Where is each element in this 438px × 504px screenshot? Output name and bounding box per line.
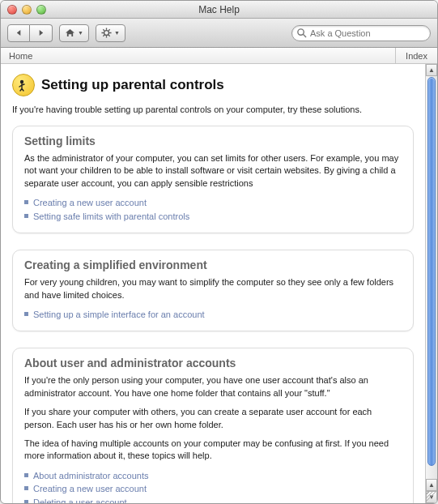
scroll-up-button[interactable]: ▲	[426, 64, 437, 76]
link-list: Setting up a simple interface for an acc…	[24, 308, 402, 322]
page-intro: If you're having trouble setting up pare…	[12, 105, 414, 114]
section-paragraph: If you share your computer with others, …	[24, 406, 402, 431]
section-about-accounts: About user and administrator accounts If…	[12, 348, 414, 503]
titlebar: Mac Help	[1, 1, 437, 19]
toolbar: ▼ ▼	[1, 19, 437, 48]
section-paragraph: For very young children, you may want to…	[24, 276, 402, 301]
action-menu-button[interactable]: ▼	[96, 24, 125, 42]
svg-line-6	[108, 35, 110, 36]
content: Setting up parental controls If you're h…	[1, 64, 425, 503]
help-window: Mac Help ▼ ▼ Home Index	[0, 0, 438, 504]
section-paragraph: If you're the only person using your com…	[24, 374, 402, 399]
section-heading: About user and administrator accounts	[24, 357, 402, 369]
page-title: Setting up parental controls	[41, 77, 224, 93]
content-wrap: Setting up parental controls If you're h…	[1, 64, 437, 503]
help-link[interactable]: Deleting a user account	[33, 496, 127, 503]
svg-line-8	[103, 35, 104, 36]
list-item: Setting safe limits with parental contro…	[24, 210, 402, 224]
search-wrap	[291, 25, 431, 41]
navstrip: Home Index	[1, 48, 437, 64]
vertical-scrollbar[interactable]: ▲ ▲ ▼	[425, 64, 437, 503]
list-item: Creating a new user account	[24, 482, 402, 496]
section-setting-limits: Setting limits As the administrator of y…	[12, 126, 414, 233]
resize-handle[interactable]	[426, 492, 436, 502]
nav-back-forward	[7, 24, 53, 42]
search-input[interactable]	[291, 25, 431, 41]
list-item: Setting up a simple interface for an acc…	[24, 308, 402, 322]
help-link[interactable]: Setting up a simple interface for an acc…	[33, 308, 205, 322]
svg-point-11	[20, 80, 23, 83]
svg-point-9	[298, 28, 304, 34]
search-icon	[296, 28, 307, 38]
section-heading: Setting limits	[24, 135, 402, 147]
person-icon	[17, 79, 30, 92]
back-button[interactable]	[7, 24, 30, 42]
svg-line-5	[103, 29, 104, 31]
scroll-up-button[interactable]: ▲	[426, 479, 437, 491]
chevron-down-icon: ▼	[114, 30, 120, 36]
parental-controls-icon	[12, 74, 35, 96]
help-link[interactable]: Creating a new user account	[33, 196, 147, 210]
help-link[interactable]: About administrator accounts	[33, 469, 148, 483]
page-header: Setting up parental controls	[12, 74, 414, 96]
help-link[interactable]: Setting safe limits with parental contro…	[33, 210, 189, 224]
list-item: About administrator accounts	[24, 469, 402, 483]
window-title: Mac Help	[1, 4, 437, 15]
chevron-down-icon: ▼	[78, 30, 83, 36]
link-list: Creating a new user account Setting safe…	[24, 196, 402, 223]
scroll-thumb[interactable]	[427, 77, 436, 466]
link-list: About administrator accounts Creating a …	[24, 469, 402, 503]
svg-point-0	[104, 31, 108, 36]
forward-button[interactable]	[30, 24, 53, 42]
section-heading: Creating a simplified environment	[24, 258, 402, 271]
section-paragraph: As the administrator of your computer, y…	[24, 152, 402, 190]
help-link[interactable]: Creating a new user account	[33, 482, 147, 496]
list-item: Creating a new user account	[24, 196, 402, 210]
list-item: Deleting a user account	[24, 496, 402, 503]
index-button[interactable]: Index	[395, 48, 437, 63]
forward-icon	[37, 29, 45, 36]
gear-icon	[101, 28, 112, 38]
svg-line-7	[108, 29, 110, 31]
breadcrumb-home[interactable]: Home	[1, 51, 395, 61]
section-paragraph: The idea of having multiple accounts on …	[24, 438, 402, 463]
section-simplified-environment: Creating a simplified environment For ve…	[12, 250, 414, 331]
back-icon	[15, 29, 23, 36]
home-icon	[65, 28, 75, 37]
home-menu-button[interactable]: ▼	[59, 24, 89, 42]
svg-line-10	[303, 34, 306, 37]
